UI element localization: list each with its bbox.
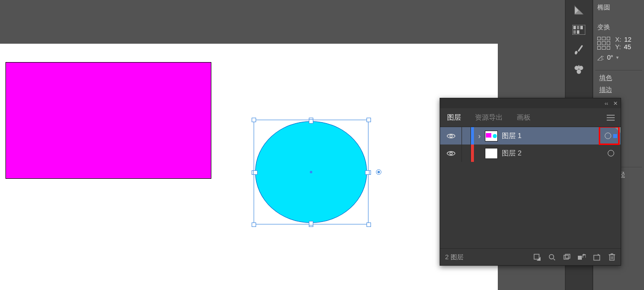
layers-panel-tabs: 图层 资源导出 画板	[440, 108, 621, 127]
delete-icon[interactable]	[608, 253, 616, 261]
svg-point-7	[579, 66, 583, 70]
layers-panel: ‹‹ ✕ 图层 资源导出 画板 › 图层 1	[440, 98, 621, 266]
layers-panel-header[interactable]: ‹‹ ✕	[440, 98, 621, 108]
svg-rect-3	[580, 26, 583, 29]
search-icon[interactable]	[548, 253, 556, 261]
visibility-toggle[interactable]	[440, 127, 462, 145]
swatches-icon[interactable]	[572, 23, 586, 37]
layer-name[interactable]: 图层 1	[502, 132, 601, 141]
svg-rect-9	[578, 65, 579, 68]
svg-rect-2	[577, 26, 579, 29]
anchor-point-right[interactable]	[365, 170, 369, 175]
svg-point-8	[577, 70, 581, 74]
svg-rect-18	[564, 255, 568, 259]
reference-point-grid[interactable]	[597, 37, 610, 50]
transform-section-label: 变换	[597, 23, 610, 32]
layer-thumbnail	[485, 148, 498, 159]
collapse-icon[interactable]: ‹‹	[605, 100, 608, 106]
svg-point-6	[574, 66, 579, 70]
target-icon[interactable]	[605, 133, 611, 139]
rectangle-shape[interactable]	[5, 62, 211, 179]
svg-rect-4	[573, 30, 576, 34]
panel-menu-icon[interactable]	[601, 115, 621, 121]
angle-value[interactable]: 0°	[607, 54, 613, 61]
lock-cell[interactable]	[462, 127, 471, 145]
close-icon[interactable]: ✕	[613, 100, 618, 107]
stroke-label[interactable]: 描边	[599, 85, 612, 94]
svg-point-16	[550, 254, 554, 259]
layer-row[interactable]: 图层 2	[440, 145, 621, 162]
lock-cell[interactable]	[462, 145, 471, 162]
layer-list: › 图层 1 图层 2	[440, 127, 621, 248]
shape-type-label: 椭圆	[597, 3, 610, 12]
visibility-toggle[interactable]	[440, 145, 462, 162]
expand-toggle[interactable]: ›	[474, 132, 485, 140]
svg-rect-19	[565, 254, 570, 258]
x-value[interactable]: 12	[624, 36, 631, 43]
angle-label: ◿:	[597, 54, 604, 61]
anchor-point-bottom[interactable]	[309, 221, 313, 225]
new-layer-icon[interactable]	[593, 253, 601, 261]
svg-rect-5	[577, 30, 579, 34]
tab-artboards[interactable]: 画板	[510, 108, 538, 127]
svg-line-17	[553, 259, 555, 260]
locate-object-icon[interactable]	[533, 253, 541, 261]
svg-rect-1	[573, 26, 576, 29]
selection-bounding-box	[254, 120, 368, 224]
color-guide-icon[interactable]	[572, 3, 586, 17]
tab-assets-export[interactable]: 资源导出	[468, 108, 510, 127]
anchor-point-top[interactable]	[309, 119, 313, 124]
layer-thumbnail	[485, 131, 498, 142]
target-icon[interactable]	[608, 150, 614, 156]
x-label: X:	[615, 36, 621, 43]
layer-row[interactable]: › 图层 1	[440, 127, 621, 145]
symbols-icon[interactable]	[572, 63, 586, 76]
fill-label[interactable]: 填色	[599, 73, 612, 82]
y-label: Y:	[615, 43, 621, 51]
y-value[interactable]: 45	[624, 43, 631, 51]
corner-triangle-icon	[615, 127, 621, 133]
svg-point-13	[450, 135, 452, 137]
layer-name[interactable]: 图层 2	[502, 149, 601, 158]
svg-rect-15	[534, 254, 539, 259]
anchor-point-left[interactable]	[253, 170, 258, 175]
selection-handle-sw[interactable]	[252, 222, 256, 227]
dropdown-icon[interactable]: ▾	[616, 55, 619, 60]
collect-layer-icon[interactable]	[563, 253, 571, 261]
tab-layers[interactable]: 图层	[440, 108, 468, 127]
svg-point-14	[450, 152, 452, 154]
make-clipping-mask-icon[interactable]	[578, 253, 586, 261]
selection-handle-se[interactable]	[367, 222, 371, 227]
layer-color-indicator	[471, 145, 474, 162]
svg-rect-20	[578, 256, 582, 260]
brushes-icon[interactable]	[572, 43, 586, 57]
selection-indicator[interactable]	[613, 134, 617, 138]
svg-rect-22	[610, 255, 614, 260]
layer-count-label: 2 图层	[445, 253, 463, 262]
selection-handle-ne[interactable]	[367, 118, 371, 122]
selection-handle-nw[interactable]	[252, 118, 256, 122]
live-shape-widget[interactable]	[376, 169, 381, 175]
layers-panel-footer: 2 图层	[440, 248, 621, 265]
svg-rect-21	[594, 255, 600, 260]
